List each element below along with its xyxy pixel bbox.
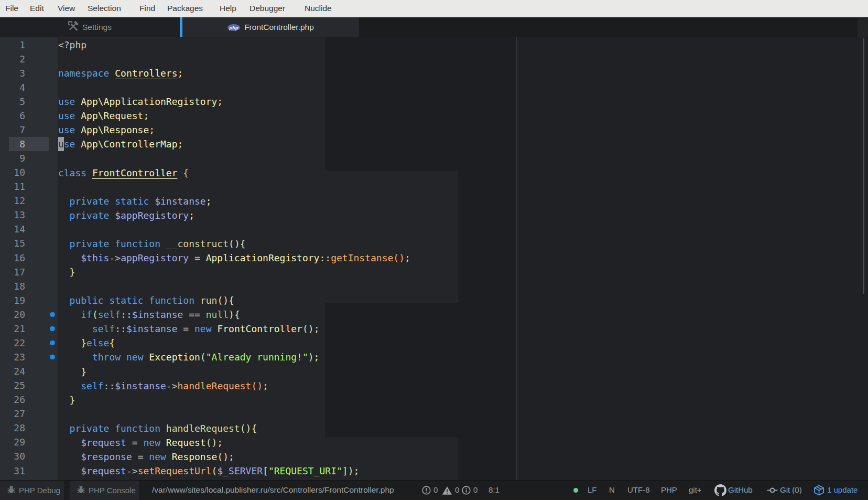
menu-packages[interactable]: Packages xyxy=(166,0,204,17)
error-count[interactable]: 0 xyxy=(433,481,438,500)
newline-indicator[interactable]: N xyxy=(609,481,615,500)
code-token: self xyxy=(98,309,121,320)
line-number[interactable]: 17 xyxy=(0,265,25,279)
code-token xyxy=(212,323,218,334)
line-number[interactable]: 22 xyxy=(0,336,25,350)
line-number[interactable]: 6 xyxy=(0,109,25,123)
line-number[interactable]: 32 xyxy=(0,478,25,480)
line-number[interactable]: 16 xyxy=(0,251,25,265)
code-line-7: use App\Response; xyxy=(58,123,155,137)
line-number[interactable]: 20 xyxy=(0,307,25,322)
code-token: ; xyxy=(143,110,149,121)
editor-pane[interactable]: 1234567891011121314151617181920212223242… xyxy=(0,37,868,480)
code-token xyxy=(149,196,155,207)
php-debug-toggle[interactable]: PHP Debug xyxy=(0,481,64,500)
code-token xyxy=(160,238,166,249)
line-number[interactable]: 19 xyxy=(0,293,25,307)
github-icon[interactable] xyxy=(714,481,726,500)
code-token: handleRequest xyxy=(178,380,252,391)
github-label[interactable]: GitHub xyxy=(728,481,753,500)
line-number[interactable]: 12 xyxy=(0,194,25,208)
vertical-scrollbar[interactable] xyxy=(863,38,864,294)
menu-edit[interactable]: Edit xyxy=(29,0,45,17)
code-token: new xyxy=(194,323,212,334)
menu-find[interactable]: Find xyxy=(138,0,156,17)
line-number[interactable]: 5 xyxy=(0,94,25,109)
line-number[interactable]: 4 xyxy=(0,80,25,94)
line-number[interactable]: 8 xyxy=(0,137,25,151)
code-token: $request xyxy=(81,480,126,480)
menu-view[interactable]: View xyxy=(57,0,76,17)
tab-settings[interactable]: Settings xyxy=(0,17,180,37)
line-number[interactable]: 23 xyxy=(0,350,25,364)
git-plus-indicator[interactable]: git+ xyxy=(689,481,702,500)
code-token: ; xyxy=(206,196,212,207)
git-branch-label[interactable]: Git (0) xyxy=(780,481,802,500)
git-commit-icon[interactable] xyxy=(767,481,778,500)
line-number[interactable]: 24 xyxy=(0,364,25,378)
code-token xyxy=(58,337,81,348)
code-token xyxy=(58,323,92,334)
code-token: new xyxy=(143,437,160,448)
line-number[interactable]: 7 xyxy=(0,123,25,137)
package-update-icon[interactable] xyxy=(813,481,824,500)
code-token: $this xyxy=(81,252,109,263)
line-number[interactable]: 28 xyxy=(0,421,25,435)
code-token: static xyxy=(109,295,143,306)
code-token: -> xyxy=(109,252,121,263)
line-number[interactable]: 11 xyxy=(0,179,25,194)
line-number[interactable]: 1 xyxy=(0,38,25,52)
line-number[interactable]: 13 xyxy=(0,208,25,222)
menu-nuclide[interactable]: Nuclide xyxy=(303,0,333,17)
bug-icon xyxy=(77,485,85,496)
php-console-toggle[interactable]: PHP Console xyxy=(70,481,139,500)
breakpoint-dot[interactable] xyxy=(50,355,55,360)
grammar-indicator[interactable]: PHP xyxy=(661,481,677,500)
line-number[interactable]: 9 xyxy=(0,151,25,165)
breakpoint-dot[interactable] xyxy=(50,341,55,346)
code-token xyxy=(86,167,92,178)
line-number[interactable]: 21 xyxy=(0,322,25,336)
code-token: run xyxy=(200,295,218,306)
menu-help[interactable]: Help xyxy=(219,0,237,17)
line-number[interactable]: 15 xyxy=(0,236,25,250)
info-count[interactable]: 0 xyxy=(473,481,478,500)
line-number[interactable]: 25 xyxy=(0,378,25,392)
line-number[interactable]: 3 xyxy=(0,66,25,80)
code-token xyxy=(58,380,81,391)
code-token: { xyxy=(177,167,189,178)
cursor-position[interactable]: 8:1 xyxy=(489,481,500,500)
tab-frontcontroller[interactable]: php FrontController.php xyxy=(182,17,359,37)
code-line-25: self::$instanse->handleRequest(); xyxy=(58,379,268,393)
breakpoint-dot[interactable] xyxy=(50,312,55,317)
line-number[interactable]: 18 xyxy=(0,279,25,293)
update-available-label[interactable]: 1 update xyxy=(827,481,858,500)
encoding-indicator[interactable]: UTF-8 xyxy=(627,481,650,500)
file-path[interactable]: /var/www/sites/local.publisher.ru/src/Co… xyxy=(152,481,394,500)
code-token: (){ xyxy=(240,423,257,434)
line-number[interactable]: 14 xyxy=(0,222,25,236)
line-number[interactable]: 2 xyxy=(0,52,25,66)
menu-debugger[interactable]: Debugger xyxy=(248,0,286,17)
line-number[interactable]: 26 xyxy=(0,392,25,407)
line-number[interactable]: 31 xyxy=(0,464,25,478)
warning-count[interactable]: 0 xyxy=(455,481,459,500)
line-ending-indicator[interactable]: LF xyxy=(588,481,597,500)
menu-file[interactable]: File xyxy=(4,0,19,17)
warning-triangle-icon[interactable] xyxy=(442,481,452,500)
gutter[interactable]: 1234567891011121314151617181920212223242… xyxy=(0,37,58,480)
breakpoint-dot[interactable] xyxy=(50,326,55,332)
line-number[interactable]: 10 xyxy=(0,165,25,179)
code-token: App\ApplicationRegistory xyxy=(81,96,217,107)
line-number[interactable]: 30 xyxy=(0,449,25,463)
line-number[interactable]: 29 xyxy=(0,435,25,449)
code-token: -> xyxy=(166,380,178,391)
line-number[interactable]: 27 xyxy=(0,407,25,421)
code-token xyxy=(109,196,115,207)
code-token: $request xyxy=(81,437,126,448)
code-token: ( xyxy=(200,352,206,363)
code-token: ]) xyxy=(376,480,388,480)
menu-selection[interactable]: Selection xyxy=(86,0,122,17)
info-circle-icon[interactable] xyxy=(461,481,471,500)
error-circle-icon[interactable] xyxy=(421,481,431,500)
